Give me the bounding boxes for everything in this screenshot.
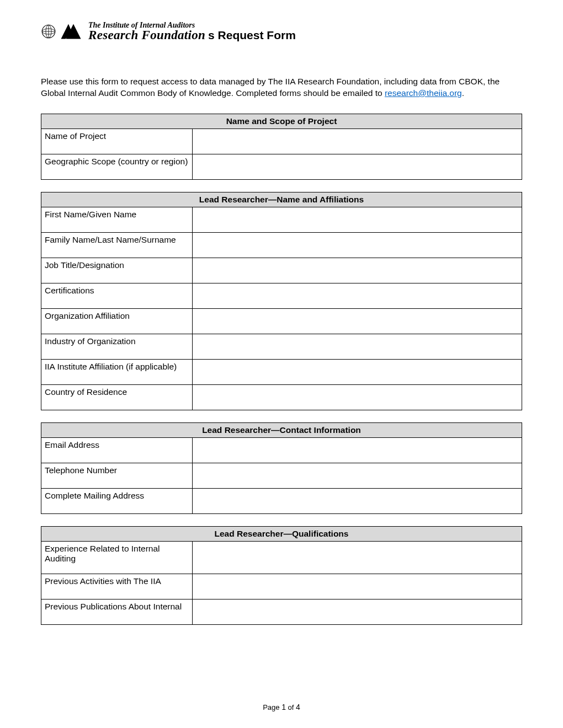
input-project-name[interactable]	[193, 129, 522, 154]
input-geo-scope[interactable]	[193, 154, 522, 179]
label-certifications: Certifications	[41, 283, 193, 308]
section-contact-info: Lead Researcher—Contact Information Emai…	[41, 422, 522, 514]
section3-heading: Lead Researcher—Contact Information	[41, 422, 522, 437]
footer-of: of	[286, 703, 296, 711]
label-family-name: Family Name/Last Name/Surname	[41, 232, 193, 258]
table-row: Previous Publications About Internal	[41, 599, 522, 624]
table-row: Telephone Number	[41, 463, 522, 488]
table-row: Country of Residence	[41, 384, 522, 410]
table-row: Family Name/Last Name/Surname	[41, 232, 522, 258]
label-iia-affiliation: IIA Institute Affiliation (if applicable…	[41, 359, 193, 384]
email-link[interactable]: research@theiia.org	[385, 88, 462, 98]
input-certifications[interactable]	[193, 283, 522, 308]
table-row: Email Address	[41, 437, 522, 463]
table-row: Name of Project	[41, 129, 522, 154]
input-prev-activities[interactable]	[193, 574, 522, 599]
label-prev-activities: Previous Activities with The IIA	[41, 574, 193, 599]
input-country[interactable]	[193, 384, 522, 410]
input-mailing-address[interactable]	[193, 488, 522, 513]
label-experience: Experience Related to Internal Auditing	[41, 541, 193, 574]
footer-current-page: 1	[282, 703, 286, 711]
label-country: Country of Residence	[41, 384, 193, 410]
section4-heading: Lead Researcher—Qualifications	[41, 526, 522, 541]
label-email: Email Address	[41, 437, 193, 463]
section1-heading: Name and Scope of Project	[41, 114, 522, 129]
table-row: Geographic Scope (country or region)	[41, 154, 522, 179]
input-phone[interactable]	[193, 463, 522, 488]
footer-total-pages: 4	[296, 703, 300, 711]
footer-prefix: Page	[263, 703, 282, 711]
input-job-title[interactable]	[193, 258, 522, 283]
intro-text2: .	[462, 88, 464, 98]
table-row: Complete Mailing Address	[41, 488, 522, 513]
table-row: Certifications	[41, 283, 522, 308]
section-name-scope: Name and Scope of Project Name of Projec…	[41, 114, 522, 180]
label-industry: Industry of Organization	[41, 334, 193, 359]
input-email[interactable]	[193, 437, 522, 463]
section-qualifications: Lead Researcher—Qualifications Experienc…	[41, 526, 522, 625]
label-first-name: First Name/Given Name	[41, 207, 193, 232]
iia-triangle-icon	[61, 22, 86, 41]
logo-text: The Institute of Internal Auditors Resea…	[88, 22, 205, 41]
label-org-affiliation: Organization Affiliation	[41, 308, 193, 334]
input-iia-affiliation[interactable]	[193, 359, 522, 384]
document-header: The Institute of Internal Auditors Resea…	[41, 21, 522, 42]
table-row: Organization Affiliation	[41, 308, 522, 334]
label-publications: Previous Publications About Internal	[41, 599, 193, 624]
label-phone: Telephone Number	[41, 463, 193, 488]
input-family-name[interactable]	[193, 232, 522, 258]
label-mailing-address: Complete Mailing Address	[41, 488, 193, 513]
label-job-title: Job Title/Designation	[41, 258, 193, 283]
globe-icon	[41, 24, 56, 39]
input-industry[interactable]	[193, 334, 522, 359]
section-lead-researcher-name: Lead Researcher—Name and Affiliations Fi…	[41, 192, 522, 410]
input-experience[interactable]	[193, 541, 522, 574]
page-title-suffix: s Request Form	[208, 29, 296, 42]
table-row: First Name/Given Name	[41, 207, 522, 232]
intro-paragraph: Please use this form to request access t…	[41, 76, 522, 99]
section2-heading: Lead Researcher—Name and Affiliations	[41, 192, 522, 207]
input-org-affiliation[interactable]	[193, 308, 522, 334]
table-row: Job Title/Designation	[41, 258, 522, 283]
input-first-name[interactable]	[193, 207, 522, 232]
input-publications[interactable]	[193, 599, 522, 624]
page-footer: Page 1 of 4	[0, 703, 563, 711]
table-row: IIA Institute Affiliation (if applicable…	[41, 359, 522, 384]
logo-line2: Research Foundation	[88, 29, 205, 41]
label-geo-scope: Geographic Scope (country or region)	[41, 154, 193, 179]
label-project-name: Name of Project	[41, 129, 193, 154]
table-row: Previous Activities with The IIA	[41, 574, 522, 599]
table-row: Experience Related to Internal Auditing	[41, 541, 522, 574]
table-row: Industry of Organization	[41, 334, 522, 359]
